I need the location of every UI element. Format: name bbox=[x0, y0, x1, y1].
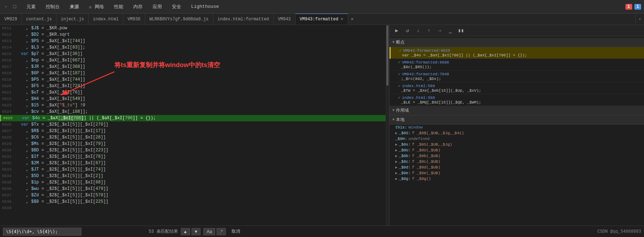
bp-checkbox-icon[interactable]: ✓ bbox=[399, 48, 402, 53]
table-row: 6627 , $R$ = _$2$[_$xI[5]][_$xI[17]] bbox=[0, 128, 389, 134]
nav-tab-sources[interactable]: 来源 bbox=[65, 2, 83, 11]
step-over-button[interactable]: ↺ bbox=[403, 26, 412, 35]
expand-icon[interactable]: ▶ bbox=[395, 154, 397, 158]
nav-tab-lighthouse[interactable]: Lighthouse bbox=[187, 2, 223, 11]
scope-item-0h: _$0H: undefined bbox=[390, 136, 644, 142]
scope-item-0d[interactable]: ▶ _$0d: f _$0d(_$UB) bbox=[390, 165, 644, 170]
local-chevron-icon: ▼ bbox=[392, 118, 395, 122]
breakpoint-title: VM943:formatted:6625 bbox=[403, 49, 450, 53]
file-tab-indexhtml[interactable]: index.html bbox=[89, 14, 123, 25]
more-tabs-button[interactable]: » bbox=[348, 14, 356, 25]
step-out-button[interactable]: ↑ bbox=[425, 26, 433, 35]
inspect-icon[interactable]: □ bbox=[11, 4, 18, 10]
nav-tab-memory[interactable]: 内存 bbox=[129, 2, 147, 11]
resume-button[interactable]: ▶ bbox=[392, 26, 401, 35]
table-row: 6629 , $Ms = _$2$[_$xI[5]][_$xI[79]] bbox=[0, 141, 389, 147]
breakpoint-code: var _$4o = _$aX[_$xI[706]] || (_$aX[_$xI… bbox=[399, 53, 641, 57]
scope-item-0c[interactable]: ▶ _$0c: f _$0c(_$UB) bbox=[390, 159, 644, 165]
local-section-header[interactable]: ▼ 本地 bbox=[390, 115, 644, 125]
table-row: 6637 , $Zd = _$2$[_$xI[5]][_$xI[570]] bbox=[0, 192, 389, 198]
scope-item-0g[interactable]: ▶ _$0g: f _$0g() bbox=[390, 176, 644, 182]
close-tab-icon[interactable]: × bbox=[341, 16, 343, 22]
expand-icon[interactable]: ▶ bbox=[395, 171, 397, 175]
table-row: 6639 bbox=[0, 205, 389, 211]
error-badge: 1 bbox=[625, 4, 632, 10]
code-lines: 6611 , $J$ = _$KR.pow 6612 , $D2 = _$KR.… bbox=[0, 25, 389, 211]
bp-checkbox-icon[interactable]: ✓ bbox=[398, 95, 401, 100]
breakpoint-code: _$TW = _$Xe[_$eb[15]](_$Up, _$xV); bbox=[398, 89, 641, 93]
tabs-scroll-right[interactable]: › bbox=[635, 14, 644, 25]
code-content[interactable]: 6611 , $J$ = _$KR.pow 6612 , $D2 = _$KR.… bbox=[0, 25, 389, 226]
table-row: 6624 , $cv = _$aX[_$x[_i88]]; bbox=[0, 109, 389, 115]
scope-section-label: 作用域 bbox=[396, 107, 409, 114]
table-row: 6617 , $JR = _$aX[_$xI[368]] bbox=[0, 64, 389, 70]
table-row: 6616 , $np = _$aX[_$xI[667]] bbox=[0, 57, 389, 64]
nav-tab-console[interactable]: 控制台 bbox=[41, 2, 64, 11]
nav-tab-network[interactable]: ⚠ 网络 bbox=[85, 2, 108, 11]
scope-item-0e[interactable]: ▶ _$0e: f _$0e(_$UB) bbox=[390, 170, 644, 176]
table-row: 6615 var $p7 = _$aX[_$xI[36]] bbox=[0, 51, 389, 57]
step-into-button[interactable]: ↓ bbox=[414, 26, 422, 35]
deactivate-breakpoints-button[interactable]: ⎯ bbox=[446, 26, 455, 35]
file-tab-vm943formatted[interactable]: VM943:formatted × bbox=[296, 14, 348, 25]
expand-icon[interactable]: ▶ bbox=[395, 165, 397, 170]
code-panel: 6611 , $J$ = _$KR.pow 6612 , $D2 = _$KR.… bbox=[0, 25, 390, 226]
scope-section-header[interactable]: ▼ 作用域 bbox=[390, 106, 644, 115]
right-panel: ▶ ↺ ↓ ↑ → ⎯ ▮▮ ▼ 断点 ✓ VM943:formatted:66… bbox=[390, 25, 644, 226]
search-next-button[interactable]: ▼ bbox=[192, 228, 201, 235]
expand-icon[interactable]: ▶ bbox=[395, 160, 397, 164]
info-badge: 1 bbox=[634, 4, 641, 10]
nav-tab-elements[interactable]: 元素 bbox=[22, 2, 40, 11]
bp-checkbox-icon[interactable]: ✓ bbox=[398, 72, 401, 76]
bp-checkbox-icon[interactable]: ✓ bbox=[398, 60, 401, 65]
file-tab-injectjs[interactable]: inject.js bbox=[56, 14, 89, 25]
cursor-select-icon[interactable]: ◦ bbox=[3, 4, 9, 10]
file-tab-vm936[interactable]: VM936 bbox=[123, 14, 145, 25]
breakpoint-item[interactable]: ✓ VM943:formatted:7048 ;_$rc(882, _$Dx); bbox=[390, 71, 644, 82]
code-scrollbar-thumb[interactable] bbox=[386, 25, 388, 86]
file-tab-wlrkb8[interactable]: WLRKB8VYs7gf.9d08da8.js bbox=[145, 14, 213, 25]
table-row: 6619 , $PS = _$aX[_$xI[744]] bbox=[0, 76, 389, 83]
nav-tab-security[interactable]: 安全 bbox=[168, 2, 185, 11]
scope-item-0s[interactable]: ▶ _$0S: f _$0$(_$UB,_$Jg,_$4i) bbox=[390, 130, 644, 136]
file-tab-contentjs[interactable]: content.js bbox=[22, 14, 56, 25]
breakpoints-section-label: 断点 bbox=[396, 39, 405, 45]
table-row: 6632 , $2M = _$2$[_$xI[5]][_$xI[67]] bbox=[0, 160, 389, 166]
expand-icon[interactable]: ▶ bbox=[395, 177, 397, 181]
search-cancel-button[interactable]: 取消 bbox=[229, 228, 243, 235]
table-row: 6636 , $wu = _$2$[_$xI[5]][_$xI[479]] bbox=[0, 186, 389, 192]
breakpoint-item[interactable]: ✓ VM943:formatted:6625 var _$4o = _$aX[_… bbox=[390, 47, 644, 59]
pause-on-exceptions-button[interactable]: ▮▮ bbox=[457, 26, 465, 35]
file-tab-vm943[interactable]: VM943 bbox=[274, 14, 296, 25]
file-tabs-bar: VM929 content.js inject.js index.html VM… bbox=[0, 14, 644, 25]
nav-tab-performance[interactable]: 性能 bbox=[110, 2, 128, 11]
expand-icon[interactable]: ▶ bbox=[395, 131, 397, 135]
file-tab-indexhtmlformatted[interactable]: index.html:formatted bbox=[213, 14, 274, 25]
search-prev-button[interactable]: ▲ bbox=[181, 228, 190, 235]
expand-icon[interactable]: ▶ bbox=[395, 142, 397, 147]
file-tab-vm929[interactable]: VM929 bbox=[0, 14, 22, 25]
breakpoint-code: _$LE = _$MQ[_$9Z[15]](_$QE, _$WM); bbox=[398, 100, 641, 105]
table-row: 6614 , $L3 = _$aX[_$xI[83]]; bbox=[0, 44, 389, 51]
scope-item-0b[interactable]: ▶ _$0b: f _$0b(_$UB) bbox=[390, 153, 644, 159]
top-nav: ◦ □ 元素 控制台 来源 ⚠ 网络 性能 内存 应用 安全 Lighthous… bbox=[0, 0, 644, 14]
nav-icons: ◦ □ bbox=[3, 4, 18, 10]
table-row: 6613 , $PS = _$aX[_$xI[744]] bbox=[0, 38, 389, 44]
breakpoint-item[interactable]: ✓ VM943:formatted:6686 _$0c(_$R5()); bbox=[390, 59, 644, 71]
match-case-button[interactable]: Aa bbox=[203, 228, 215, 235]
nav-tab-application[interactable]: 应用 bbox=[148, 2, 166, 11]
active-code-line: 6625 var $4o = _$aX[_$xI[706]] || (_$aX[… bbox=[0, 115, 389, 121]
bp-checkbox-icon[interactable]: ✓ bbox=[398, 84, 401, 88]
scope-item-0s2[interactable]: ▶ _$0s: f _$0S(_$UB,_$Jg) bbox=[390, 142, 644, 147]
breakpoint-item[interactable]: ✓ index.html:588 _$LE = _$MQ[_$9Z[15]](_… bbox=[390, 94, 644, 106]
search-input[interactable] bbox=[3, 228, 81, 236]
table-row: 6621 , $uT = _$aX[_$xI[76]] bbox=[0, 89, 389, 96]
scope-item-0u[interactable]: ▶ _$0U: f _$0U(_$UB) bbox=[390, 147, 644, 153]
breakpoint-code: _$0c(_$R5()); bbox=[398, 65, 641, 69]
code-scrollbar[interactable] bbox=[386, 25, 389, 226]
breakpoints-section-header[interactable]: ▼ 断点 bbox=[390, 38, 644, 47]
breakpoint-item[interactable]: ✓ index.html:588 _$TW = _$Xe[_$eb[15]](_… bbox=[390, 82, 644, 94]
regex-button[interactable]: .* bbox=[217, 228, 226, 235]
expand-icon[interactable]: ▶ bbox=[395, 148, 397, 152]
step-button[interactable]: → bbox=[435, 26, 444, 35]
